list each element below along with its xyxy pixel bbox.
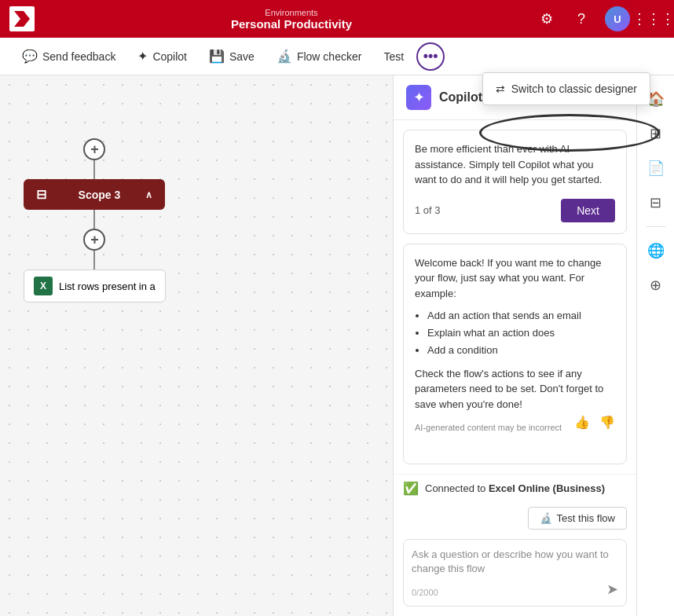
checker-icon: 🔬 bbox=[277, 49, 292, 64]
thumbs-up-icon[interactable]: 👍 bbox=[574, 415, 590, 430]
test-label: Test bbox=[383, 50, 404, 63]
top-bar-icons: ⚙ ? U ⋮⋮⋮ bbox=[536, 6, 665, 31]
copilot-label: Copilot bbox=[152, 50, 187, 63]
scope-label: Scope 3 bbox=[79, 189, 121, 201]
list-label: List rows present in a bbox=[59, 280, 156, 292]
check-text: Check the flow's actions to see if any p… bbox=[415, 366, 615, 412]
dropdown-menu: ⇄ Switch to classic designer bbox=[482, 72, 650, 105]
page-indicator: 1 of 3 bbox=[415, 204, 441, 216]
add-button-top[interactable]: + bbox=[83, 138, 105, 160]
welcome-text: Welcome back! If you want me to change y… bbox=[415, 255, 615, 302]
copilot-button[interactable]: ✦ Copilot bbox=[128, 44, 196, 68]
sidebar-add-icon[interactable]: ⊕ bbox=[642, 271, 670, 299]
connector-3 bbox=[93, 251, 95, 270]
avatar[interactable]: U bbox=[605, 6, 630, 31]
main-layout: + ⊟ Scope 3 ∧ + X List rows present in a… bbox=[0, 75, 674, 616]
test-button[interactable]: Test bbox=[374, 46, 413, 68]
sidebar-divider bbox=[647, 226, 665, 227]
connector-2 bbox=[93, 210, 95, 229]
save-label: Save bbox=[229, 50, 255, 63]
sidebar-globe-icon[interactable]: 🌐 bbox=[642, 236, 670, 265]
check-icon: ✅ bbox=[403, 481, 419, 496]
env-name: Personal Productivity bbox=[231, 17, 352, 31]
intro-footer: 1 of 3 Next bbox=[415, 199, 615, 222]
next-button[interactable]: Next bbox=[561, 199, 615, 222]
test-flow-area: 🔬 Test this flow bbox=[403, 507, 627, 530]
more-button[interactable]: ••• bbox=[416, 42, 445, 71]
send-icon[interactable]: ➤ bbox=[606, 581, 618, 598]
settings-icon[interactable]: ⚙ bbox=[536, 8, 558, 30]
test-flow-label: Test this flow bbox=[557, 512, 615, 524]
flow-checker-label: Flow checker bbox=[297, 50, 361, 63]
copilot-icon: ✦ bbox=[137, 49, 148, 64]
feedback-icon: 💬 bbox=[22, 49, 38, 64]
connection-label: Connected to Excel Online (Business) bbox=[425, 482, 605, 494]
input-area[interactable]: Ask a question or describe how you want … bbox=[403, 539, 627, 607]
environment-info: Environments Personal Productivity bbox=[47, 8, 536, 31]
sidebar-page-icon[interactable]: 📄 bbox=[642, 154, 670, 182]
switch-label: Switch to classic designer bbox=[511, 82, 637, 95]
save-icon: 💾 bbox=[209, 49, 225, 64]
save-button[interactable]: 💾 Save bbox=[200, 44, 264, 68]
apps-icon[interactable]: ⋮⋮⋮ bbox=[643, 8, 665, 30]
flow-checker-button[interactable]: 🔬 Flow checker bbox=[267, 44, 371, 68]
input-footer: 0/2000 ➤ bbox=[412, 581, 618, 598]
copilot-panel: ✦ Copilot Be more efficient than ever wi… bbox=[393, 75, 636, 616]
test-flow-button[interactable]: 🔬 Test this flow bbox=[528, 507, 627, 530]
switch-icon: ⇄ bbox=[496, 82, 505, 95]
input-counter: 0/2000 bbox=[412, 588, 438, 597]
env-label: Environments bbox=[265, 8, 317, 17]
bullet-list: Add an action that sends an email Explai… bbox=[427, 309, 615, 358]
excel-icon: X bbox=[34, 277, 53, 295]
thumbs-down-icon[interactable]: 👎 bbox=[599, 415, 615, 430]
toolbar: 💬 Send feedback ✦ Copilot 💾 Save 🔬 Flow … bbox=[0, 38, 674, 75]
bullet-item-1: Add an action that sends an email bbox=[427, 309, 615, 323]
list-node[interactable]: X List rows present in a bbox=[24, 270, 166, 302]
test-flask-icon: 🔬 bbox=[540, 512, 552, 524]
input-placeholder: Ask a question or describe how you want … bbox=[412, 548, 618, 576]
top-bar: Environments Personal Productivity ⚙ ? U… bbox=[0, 0, 674, 38]
copilot-logo: ✦ bbox=[406, 85, 431, 110]
app-logo bbox=[9, 6, 35, 31]
bullet-item-2: Explain what an action does bbox=[427, 326, 615, 340]
bullet-item-3: Add a condition bbox=[427, 343, 615, 358]
sidebar-db-icon[interactable]: ⊟ bbox=[642, 189, 670, 217]
switch-classic-item[interactable]: ⇄ Switch to classic designer bbox=[483, 76, 650, 101]
sidebar-grid-icon[interactable]: ⊞ bbox=[642, 119, 670, 148]
canvas-area[interactable]: + ⊟ Scope 3 ∧ + X List rows present in a bbox=[0, 75, 393, 616]
connector-1 bbox=[93, 160, 95, 179]
feedback-icons: 👍 👎 bbox=[574, 415, 615, 430]
add-button-mid[interactable]: + bbox=[83, 229, 105, 251]
intro-text: Be more efficient than ever with AI assi… bbox=[415, 141, 615, 188]
ai-footer: AI-generated content may be incorrect 👍 … bbox=[415, 412, 615, 432]
ai-note: AI-generated content may be incorrect bbox=[415, 423, 562, 432]
welcome-card: Welcome back! If you want me to change y… bbox=[403, 244, 627, 464]
copilot-title: Copilot bbox=[439, 90, 482, 104]
flow-container: + ⊟ Scope 3 ∧ + X List rows present in a bbox=[24, 138, 166, 302]
scope-chevron-icon: ∧ bbox=[145, 189, 152, 200]
scope-node[interactable]: ⊟ Scope 3 ∧ bbox=[24, 179, 165, 210]
connection-status: ✅ Connected to Excel Online (Business) bbox=[394, 474, 636, 502]
scope-icon: ⊟ bbox=[36, 187, 46, 202]
send-feedback-label: Send feedback bbox=[42, 50, 115, 63]
send-feedback-button[interactable]: 💬 Send feedback bbox=[13, 44, 125, 68]
intro-card: Be more efficient than ever with AI assi… bbox=[403, 130, 627, 234]
right-sidebar: 🏠 ⊞ 📄 ⊟ 🌐 ⊕ bbox=[636, 75, 674, 616]
help-icon[interactable]: ? bbox=[570, 8, 592, 30]
